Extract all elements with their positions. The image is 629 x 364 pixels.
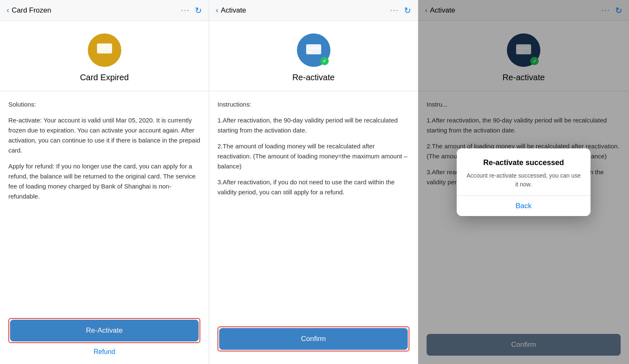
header-card-frozen: ‹ Card Frozen ··· ↻ xyxy=(0,0,209,21)
modal-back-button[interactable]: Back xyxy=(457,196,591,216)
instruction-3: 3.After reactivation, if you do not need… xyxy=(217,177,409,197)
success-modal: Re-activate successed Account re-activat… xyxy=(457,148,591,216)
content-area: Instructions: 1.After reactivation, the … xyxy=(209,91,418,320)
confirm-button[interactable]: Confirm xyxy=(219,328,408,350)
reactivate-button-wrapper: Re-Activate xyxy=(8,318,200,343)
instruction-1: 1.After reactivation, the 90-day validit… xyxy=(217,115,409,135)
reactivate-button[interactable]: Re-Activate xyxy=(10,320,199,341)
modal-body: Re-activate successed Account re-activat… xyxy=(457,148,591,196)
panel-card-frozen: ‹ Card Frozen ··· ↻ Card Expired Solutio… xyxy=(0,0,209,364)
svg-rect-2 xyxy=(99,50,103,51)
header-left: ‹ Card Frozen xyxy=(7,6,51,15)
more-options-icon[interactable]: ··· xyxy=(390,6,399,15)
panel-activate-modal: ‹ Activate ··· ↻ ✓ Re-activate Instru...… xyxy=(418,0,629,364)
back-arrow-icon[interactable]: ‹ xyxy=(7,6,9,15)
header-activate: ‹ Activate ··· ↻ xyxy=(209,0,418,21)
button-area: Re-Activate Refund xyxy=(0,311,209,364)
card-icon xyxy=(305,43,322,58)
card-icon-circle xyxy=(88,33,121,67)
icon-area: Card Expired xyxy=(0,21,209,91)
header-title: Activate xyxy=(221,6,246,15)
content-area: Solutions: Re-activate: Your account is … xyxy=(0,91,209,311)
svg-rect-1 xyxy=(97,46,112,48)
header-title: Card Frozen xyxy=(12,6,51,15)
instructions-label: Instructions: xyxy=(217,99,409,109)
confirm-button-wrapper: Confirm xyxy=(217,326,409,351)
more-options-icon[interactable]: ··· xyxy=(181,6,190,15)
header-right: ··· ↻ xyxy=(390,5,411,15)
card-expired-label: Card Expired xyxy=(80,73,129,82)
header-right: ··· ↻ xyxy=(181,5,202,15)
svg-rect-5 xyxy=(308,51,312,52)
reactivate-paragraph: Re-activate: Your account is valid until… xyxy=(8,115,200,155)
overlay-dim: Re-activate successed Account re-activat… xyxy=(418,0,629,364)
modal-text: Account re-activate successed, you can u… xyxy=(465,171,582,189)
check-badge-icon: ✓ xyxy=(320,57,329,65)
modal-title: Re-activate successed xyxy=(465,158,582,167)
refund-paragraph: Apply for refund: If you no longer use t… xyxy=(8,161,200,201)
solutions-label: Solutions: xyxy=(8,99,200,109)
header-left: ‹ Activate xyxy=(216,6,246,15)
card-icon-circle: ✓ xyxy=(297,33,330,67)
refresh-icon[interactable]: ↻ xyxy=(195,5,202,15)
button-area: Confirm xyxy=(209,320,418,364)
reactivate-label: Re-activate xyxy=(292,73,335,82)
instruction-2: 2.The amount of loading money will be re… xyxy=(217,141,409,171)
svg-rect-4 xyxy=(306,47,321,49)
panel-activate: ‹ Activate ··· ↻ ✓ Re-activate Instructi… xyxy=(209,0,418,364)
refund-link[interactable]: Refund xyxy=(8,348,200,356)
card-icon xyxy=(96,42,113,59)
back-arrow-icon[interactable]: ‹ xyxy=(216,6,218,15)
refresh-icon[interactable]: ↻ xyxy=(404,5,411,15)
icon-area: ✓ Re-activate xyxy=(209,21,418,91)
